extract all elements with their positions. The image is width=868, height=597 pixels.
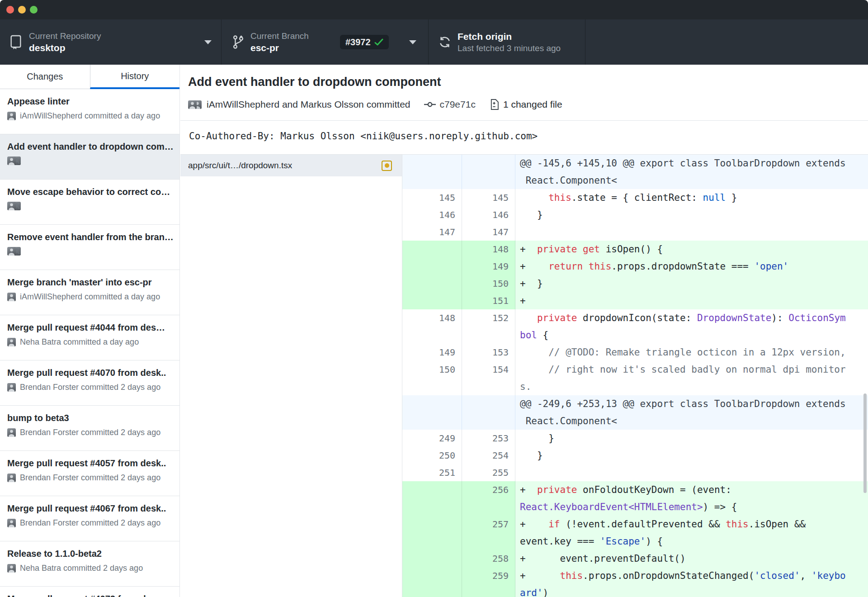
old-line-number <box>402 155 462 189</box>
commit-item-meta-text: Brendan Forster committed 2 days ago <box>20 518 160 528</box>
diff-code: + private onFoldoutKeyDown = (event: Rea… <box>515 481 868 516</box>
commit-item-meta-text: iAmWillShepherd committed a day ago <box>20 292 160 302</box>
commit-item-title: Appease linter <box>7 95 173 107</box>
commit-item-meta: iAmWillShepherd and Markus Olsson… <box>7 202 173 210</box>
repository-dropdown-button[interactable]: Current Repository desktop <box>0 19 222 65</box>
commit-item[interactable]: Merge pull request #4057 from desk..Bren… <box>0 451 179 496</box>
commit-item-title: Merge pull request #4044 from des… <box>7 322 173 333</box>
changed-files-panel: app/src/ui/t…/dropdown.tsx <box>180 155 402 597</box>
commit-item-title: Merge pull request #4070 from desk.. <box>7 367 173 379</box>
old-line-number: 251 <box>402 464 462 481</box>
commit-icon <box>424 100 436 109</box>
new-line-number: 258 <box>462 550 515 567</box>
diff-code: } <box>515 206 868 223</box>
modified-status-icon <box>382 161 392 171</box>
diff-line-row: 148+ private get isOpen() { <box>402 241 868 258</box>
avatar <box>7 383 16 392</box>
commit-item[interactable]: Remove event handler from the bran…iAmWi… <box>0 225 179 270</box>
old-line-number <box>402 395 462 430</box>
avatar <box>7 247 16 256</box>
branch-label: Current Branch <box>250 31 309 41</box>
old-line-number <box>402 241 462 258</box>
diff-line-row: 150154 // right now it's scaled badly on… <box>402 361 868 395</box>
diff-scrollbar-thumb[interactable] <box>863 393 867 493</box>
diff-code: } <box>515 430 868 447</box>
old-line-number: 249 <box>402 430 462 447</box>
old-line-number: 146 <box>402 206 462 223</box>
commit-item[interactable]: Merge pull request #4044 from des…Neha B… <box>0 315 179 360</box>
diff-line-row: 249253 } <box>402 430 868 447</box>
commit-item-meta-text: Brendan Forster committed 2 days ago <box>20 473 160 483</box>
new-line-number: 255 <box>462 464 515 481</box>
commit-item[interactable]: Merge pull request #4067 from desk..Bren… <box>0 496 179 541</box>
new-line-number: 147 <box>462 223 515 241</box>
sidebar-tabs: Changes History <box>0 65 179 89</box>
commit-item[interactable]: bump to beta3Brendan Forster committed 2… <box>0 406 179 451</box>
branch-dropdown-button[interactable]: Current Branch esc-pr #3972 <box>222 19 429 65</box>
diff-hunk-row: @@ -145,6 +145,10 @@ export class Toolba… <box>402 155 868 189</box>
diff-line-row: 250254 } <box>402 447 868 464</box>
old-line-number <box>402 258 462 275</box>
old-line-number: 150 <box>402 361 462 395</box>
commit-sha[interactable]: c79e71c <box>440 99 476 110</box>
commit-item-title: Remove event handler from the bran… <box>7 231 173 243</box>
commit-item-meta-text: iAmWillShepherd committed a day ago <box>20 111 160 121</box>
new-line-number: 153 <box>462 344 515 361</box>
repository-name: desktop <box>29 43 101 53</box>
commit-item[interactable]: Add event handler to dropdown com…iAmWil… <box>0 134 179 180</box>
commit-item-meta: Brendan Forster committed 2 days ago <box>7 428 173 437</box>
commit-title: Add event handler to dropdown component <box>188 75 868 89</box>
repository-label: Current Repository <box>29 31 101 41</box>
new-line-number: 148 <box>462 241 515 258</box>
new-line-number <box>462 155 515 189</box>
commit-item[interactable]: Merge pull request #4072 from des… <box>0 587 179 597</box>
tab-history[interactable]: History <box>90 65 180 89</box>
minimize-window-button[interactable] <box>18 6 26 14</box>
commit-item-title: Merge pull request #4057 from desk.. <box>7 457 173 469</box>
new-line-number: 259 <box>462 567 515 597</box>
commit-item[interactable]: Appease linteriAmWillShepherd committed … <box>0 89 179 134</box>
diff-line-row: 149153 // @TODO: Remake triangle octicon… <box>402 344 868 361</box>
commit-item[interactable]: Release to 1.1.0-beta2Neha Batra committ… <box>0 541 179 587</box>
titlebar <box>0 0 868 19</box>
fetch-origin-button[interactable]: Fetch origin Last fetched 3 minutes ago <box>429 19 585 65</box>
commit-item-meta: Brendan Forster committed 2 days ago <box>7 383 173 392</box>
diff-code: + <box>515 292 868 309</box>
commit-authors: iAmWillShepherd and Markus Olsson commit… <box>207 99 410 110</box>
pull-request-badge[interactable]: #3972 <box>340 35 389 49</box>
commit-item[interactable]: Move escape behavior to correct co…iAmWi… <box>0 180 179 225</box>
commit-avatars: iAmWillShepherd and Markus Olsson… <box>7 202 21 210</box>
diff-code <box>515 223 868 241</box>
diff-code: @@ -249,6 +253,13 @@ export class Toolba… <box>515 395 868 430</box>
commit-description: Co-Authored-By: Markus Olsson <niik@user… <box>180 121 868 155</box>
file-row[interactable]: app/src/ui/t…/dropdown.tsx <box>180 155 402 176</box>
diff-line-row: 256+ private onFoldoutKeyDown = (event: … <box>402 481 868 516</box>
sync-icon <box>439 35 451 49</box>
commit-item-title: Release to 1.1.0-beta2 <box>7 548 173 559</box>
pull-request-number: #3972 <box>345 37 371 47</box>
new-line-number: 150 <box>462 275 515 292</box>
diff-line-row: 257+ if (!event.defaultPrevented && this… <box>402 516 868 550</box>
old-line-number <box>402 275 462 292</box>
commit-item-meta-text: Neha Batra committed a day ago <box>20 337 139 347</box>
diff-code: + if (!event.defaultPrevented && this.is… <box>515 516 868 550</box>
zoom-window-button[interactable] <box>30 6 38 14</box>
avatar <box>7 202 16 210</box>
diff-code: + this.props.onDropdownStateChanged('clo… <box>515 567 868 597</box>
diff-viewer: @@ -145,6 +145,10 @@ export class Toolba… <box>402 155 868 597</box>
commit-item[interactable]: Merge branch 'master' into esc-priAmWill… <box>0 270 179 315</box>
diff-code: + event.preventDefault() <box>515 550 868 567</box>
fetch-title: Fetch origin <box>458 31 561 42</box>
avatar <box>7 564 16 573</box>
tab-changes[interactable]: Changes <box>0 65 90 89</box>
diff-code: // right now it's scaled badly on normal… <box>515 361 868 395</box>
commit-item[interactable]: Merge pull request #4070 from desk..Bren… <box>0 360 179 406</box>
close-window-button[interactable] <box>6 6 14 14</box>
commit-item-meta: iAmWillShepherd committed a day ago <box>7 111 173 121</box>
diff-code <box>515 464 868 481</box>
diff-line-row: 259+ this.props.onDropdownStateChanged('… <box>402 567 868 597</box>
commit-item-meta-text: Neha Batra committed 2 days ago <box>20 564 143 573</box>
avatar <box>7 428 16 437</box>
commit-item-title: Add event handler to dropdown com… <box>7 141 173 152</box>
commit-author-avatars <box>188 100 202 109</box>
